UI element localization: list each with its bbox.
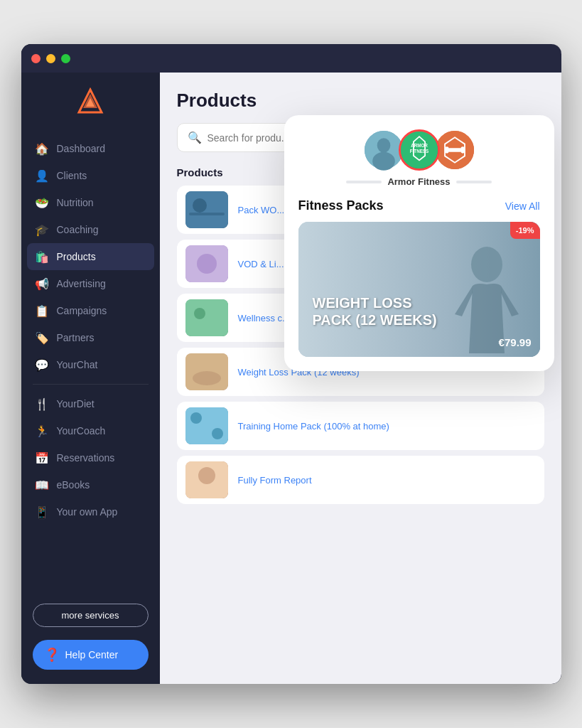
store-name-area: Armor Fitness [298,176,540,187]
help-center-icon: ❓ [44,647,60,663]
sidebar-item-label: Your own App [57,506,118,518]
table-row[interactable]: Fully Form Report [177,456,544,504]
product-thumbnail [185,461,228,498]
svg-point-18 [377,138,390,152]
svg-rect-28 [460,146,465,153]
titlebar [21,44,561,73]
svg-point-13 [190,412,202,424]
help-center-button[interactable]: ❓ Help Center [33,640,149,670]
sidebar-item-nutrition[interactable]: 🥗 Nutrition [21,189,160,216]
campaigns-icon: 📋 [36,304,48,317]
sidebar-item-label: Partners [57,332,95,343]
logo-area [21,73,160,135]
featured-discount-badge: -19% [510,222,540,239]
sidebar-item-label: eBooks [57,479,90,491]
table-row[interactable]: Training Home Pack (100% at home) [177,402,544,450]
featured-product-bg: -19% WEIGHT LOSS PACK (12 WEEKS) €79.99 [298,222,540,357]
svg-point-16 [198,467,215,484]
yourchat-icon: 💬 [36,358,48,371]
close-button[interactable] [31,54,41,63]
svg-rect-5 [189,213,225,215]
nav-divider [33,384,149,385]
sidebar-item-label: Coaching [57,224,99,235]
store-name-line [456,181,492,183]
more-services-button[interactable]: more services [33,604,149,627]
ebooks-icon: 📖 [36,478,48,491]
partners-icon: 🏷️ [36,331,48,344]
sidebar-item-yourdiet[interactable]: 🍴 YourDiet [21,390,160,417]
search-icon: 🔍 [188,131,202,144]
sidebar-item-advertising[interactable]: 📢 Advertising [21,270,160,297]
nutrition-icon: 🥗 [36,196,48,209]
featured-product[interactable]: -19% WEIGHT LOSS PACK (12 WEEKS) €79.99 [298,222,540,357]
sidebar-item-label: Campaigns [57,305,107,316]
coaching-icon: 🎓 [36,223,48,236]
yourownapp-icon: 📱 [36,505,48,518]
sidebar-item-yourownapp[interactable]: 📱 Your own App [21,498,160,525]
sidebar: 🏠 Dashboard 👤 Clients 🥗 Nutrition 🎓 Coac… [21,44,160,684]
svg-point-30 [471,247,502,282]
product-thumbnail [185,407,228,444]
sidebar-item-label: Products [57,251,96,262]
yourdiet-icon: 🍴 [36,397,48,410]
avatar: ARMOR FITNESS [399,129,440,171]
svg-point-9 [194,308,205,319]
sidebar-item-reservations[interactable]: 📅 Reservations [21,444,160,471]
maximize-button[interactable] [61,54,70,63]
azeoo-logo [75,87,106,118]
sidebar-item-label: Clients [57,170,87,181]
sidebar-item-partners[interactable]: 🏷️ Partners [21,324,160,351]
svg-point-19 [372,152,395,171]
product-name: Fully Form Report [238,475,312,486]
clients-icon: 👤 [36,169,48,182]
yourcoach-icon: 🏃 [36,424,48,437]
sidebar-item-ebooks[interactable]: 📖 eBooks [21,471,160,498]
card-section-title: Fitness Packs [298,198,384,213]
sidebar-item-label: Advertising [57,278,106,289]
svg-rect-3 [185,191,228,228]
product-name: Training Home Pack (100% at home) [238,421,389,432]
product-name: VOD & Li... [238,259,284,269]
floating-card: ARMOR FITNESS Armor Fitness [284,115,554,371]
minimize-button[interactable] [46,54,55,63]
svg-rect-12 [185,407,228,444]
store-avatars: ARMOR FITNESS [298,129,540,171]
svg-text:FITNESS: FITNESS [409,149,428,154]
sidebar-item-yourchat[interactable]: 💬 YourChat [21,351,160,378]
products-icon: 🛍️ [36,250,48,263]
product-thumbnail [185,245,228,282]
svg-rect-26 [447,148,461,152]
nav-items: 🏠 Dashboard 👤 Clients 🥗 Nutrition 🎓 Coac… [21,135,160,598]
svg-rect-27 [445,146,449,153]
svg-rect-8 [185,299,228,336]
product-name: Wellness c... [238,313,290,323]
help-center-label: Help Center [65,649,119,660]
sidebar-item-label: Dashboard [57,143,106,154]
sidebar-item-label: Reservations [57,452,115,464]
sidebar-item-clients[interactable]: 👤 Clients [21,162,160,189]
store-name-line [346,181,382,183]
store-name: Armor Fitness [387,176,450,187]
sidebar-item-label: YourChat [57,359,98,370]
avatar [363,129,404,171]
featured-product-title: WEIGHT LOSS PACK (12 WEEKS) [313,294,441,328]
sidebar-item-dashboard[interactable]: 🏠 Dashboard [21,135,160,162]
svg-point-14 [212,428,223,439]
app-window: 🏠 Dashboard 👤 Clients 🥗 Nutrition 🎓 Coac… [21,44,561,684]
sidebar-item-yourcoach[interactable]: 🏃 YourCoach [21,417,160,444]
view-all-link[interactable]: View All [505,200,540,212]
product-name: Pack WO... [238,205,285,215]
product-thumbnail [185,191,228,228]
advertising-icon: 📢 [36,277,48,290]
product-thumbnail [185,299,228,336]
reservations-icon: 📅 [36,451,48,464]
page-title: Products [177,90,544,112]
sidebar-item-products[interactable]: 🛍️ Products [27,243,154,270]
sidebar-item-label: YourDiet [57,398,95,410]
featured-product-price: €79.99 [499,336,532,348]
avatar [434,129,475,171]
product-thumbnail [185,353,228,390]
sidebar-item-campaigns[interactable]: 📋 Campaigns [21,297,160,324]
svg-point-4 [193,198,207,213]
sidebar-item-coaching[interactable]: 🎓 Coaching [21,216,160,243]
